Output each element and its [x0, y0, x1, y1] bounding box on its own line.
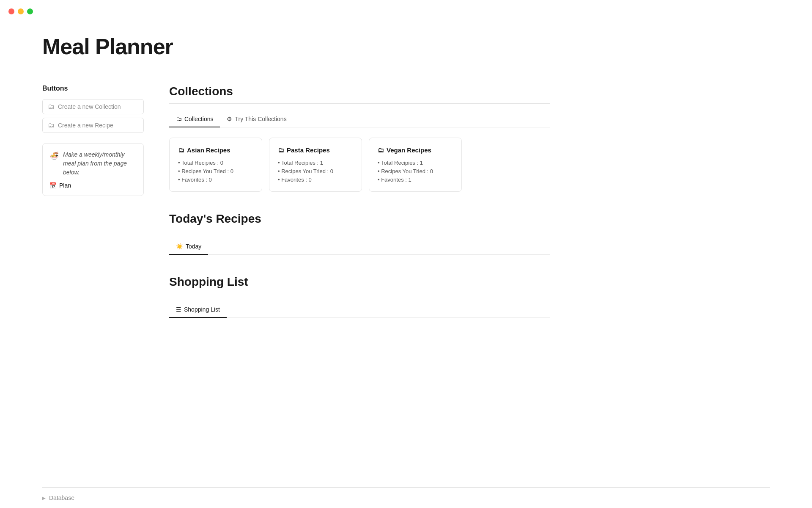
shopping-list-divider	[169, 294, 550, 294]
info-card-text: Make a weekly/monthly meal plan from the…	[63, 150, 137, 177]
try-this-tab-label: Try This Collections	[235, 116, 286, 122]
recipe-icon: 🗂	[48, 121, 55, 129]
maximize-button[interactable]	[27, 8, 33, 14]
page-title: Meal Planner	[42, 34, 550, 59]
collections-tab-icon: 🗂	[176, 116, 182, 122]
asian-card-title: 🗂 Asian Recipes	[178, 146, 253, 154]
database-label: Database	[49, 494, 74, 501]
asian-card-icon: 🗂	[178, 146, 184, 154]
pasta-stat-1: Recipes You Tried : 0	[278, 168, 353, 174]
today-tab-icon: ☀️	[176, 243, 183, 250]
vegan-card-title: 🗂 Vegan Recipes	[378, 146, 453, 154]
collection-card-pasta[interactable]: 🗂 Pasta Recipes Total Recipies : 1 Recip…	[269, 138, 362, 192]
collections-cards-grid: 🗂 Asian Recipes Total Recipies : 0 Recip…	[169, 138, 550, 192]
collections-tabs: 🗂 Collections ⚙ Try This Collections	[169, 112, 550, 127]
vegan-card-icon: 🗂	[378, 146, 384, 154]
pasta-card-stats: Total Recipies : 1 Recipes You Tried : 0…	[278, 160, 353, 183]
plan-link[interactable]: 📅 Plan	[49, 182, 137, 189]
shopping-list-title: Shopping List	[169, 275, 550, 289]
collection-card-vegan[interactable]: 🗂 Vegan Recipes Total Recipies : 1 Recip…	[369, 138, 462, 192]
asian-card-stats: Total Recipies : 0 Recipes You Tried : 0…	[178, 160, 253, 183]
vegan-stat-1: Recipes You Tried : 0	[378, 168, 453, 174]
try-this-tab-icon: ⚙	[227, 116, 232, 122]
tab-today[interactable]: ☀️ Today	[169, 240, 208, 255]
shopping-tabs: ☰ Shopping List	[169, 303, 550, 318]
tab-collections[interactable]: 🗂 Collections	[169, 112, 220, 127]
database-section[interactable]: ▶ Database	[42, 487, 770, 508]
collections-divider	[169, 103, 550, 104]
vegan-card-stats: Total Recipies : 1 Recipes You Tried : 0…	[378, 160, 453, 183]
collections-title: Collections	[169, 85, 550, 98]
asian-stat-0: Total Recipies : 0	[178, 160, 253, 166]
main-layout: Buttons 🗂 Create a new Collection 🗂 Crea…	[42, 85, 550, 338]
tab-shopping-list[interactable]: ☰ Shopping List	[169, 303, 227, 318]
pasta-card-title-text: Pasta Recipes	[287, 146, 330, 154]
plan-label: Plan	[59, 182, 71, 189]
shopping-tab-icon: ☰	[176, 306, 181, 313]
create-recipe-label: Create a new Recipe	[58, 122, 113, 129]
create-collection-button[interactable]: 🗂 Create a new Collection	[42, 99, 144, 114]
collections-tab-label: Collections	[184, 116, 213, 122]
today-tabs: ☀️ Today	[169, 240, 550, 255]
info-card: 🍜 Make a weekly/monthly meal plan from t…	[42, 143, 144, 196]
create-recipe-button[interactable]: 🗂 Create a new Recipe	[42, 118, 144, 133]
asian-card-title-text: Asian Recipes	[187, 146, 230, 154]
todays-recipes-section: Today's Recipes ☀️ Today	[169, 212, 550, 255]
pasta-card-title: 🗂 Pasta Recipes	[278, 146, 353, 154]
todays-recipes-divider	[169, 231, 550, 231]
collection-icon: 🗂	[48, 103, 55, 110]
pasta-stat-2: Favorites : 0	[278, 177, 353, 183]
close-button[interactable]	[8, 8, 14, 14]
collections-section: Collections 🗂 Collections ⚙ Try This Col…	[169, 85, 550, 192]
sidebar-section-title: Buttons	[42, 85, 144, 92]
vegan-stat-2: Favorites : 1	[378, 177, 453, 183]
tab-try-this[interactable]: ⚙ Try This Collections	[220, 112, 293, 127]
content-area: Collections 🗂 Collections ⚙ Try This Col…	[169, 85, 550, 338]
shopping-tab-label: Shopping List	[184, 306, 220, 313]
info-card-content: 🍜 Make a weekly/monthly meal plan from t…	[49, 150, 137, 177]
todays-recipes-title: Today's Recipes	[169, 212, 550, 226]
pasta-card-icon: 🗂	[278, 146, 284, 154]
pasta-stat-0: Total Recipies : 1	[278, 160, 353, 166]
shopping-list-section: Shopping List ☰ Shopping List	[169, 275, 550, 318]
minimize-button[interactable]	[18, 8, 24, 14]
create-collection-label: Create a new Collection	[58, 103, 121, 110]
sidebar: Buttons 🗂 Create a new Collection 🗂 Crea…	[42, 85, 144, 196]
vegan-card-title-text: Vegan Recipes	[387, 146, 431, 154]
asian-stat-1: Recipes You Tried : 0	[178, 168, 253, 174]
chevron-right-icon: ▶	[42, 496, 46, 500]
traffic-lights	[8, 8, 33, 14]
info-card-emoji: 🍜	[49, 151, 59, 160]
page-container: Meal Planner Buttons 🗂 Create a new Coll…	[0, 0, 592, 364]
today-tab-label: Today	[186, 243, 201, 250]
collection-card-asian[interactable]: 🗂 Asian Recipes Total Recipies : 0 Recip…	[169, 138, 262, 192]
vegan-stat-0: Total Recipies : 1	[378, 160, 453, 166]
asian-stat-2: Favorites : 0	[178, 177, 253, 183]
plan-emoji: 📅	[49, 182, 57, 189]
